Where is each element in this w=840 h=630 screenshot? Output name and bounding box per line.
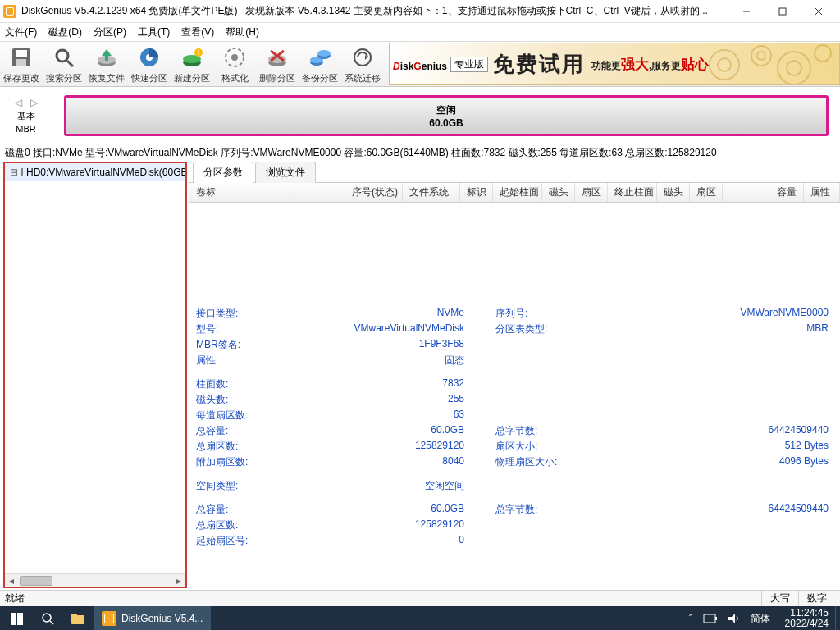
- menu-disk[interactable]: 磁盘(D): [48, 25, 82, 39]
- col-endcyl[interactable]: 终止柱面: [608, 183, 657, 202]
- backup-partition-button[interactable]: 备份分区: [299, 41, 341, 87]
- detail-key: 总容量:: [193, 423, 283, 439]
- tab-browse-files[interactable]: 浏览文件: [255, 162, 316, 183]
- col-capacity[interactable]: 容量: [723, 183, 804, 202]
- detail-key: 总扇区数:: [193, 518, 283, 533]
- detail-value: 125829120: [283, 518, 468, 533]
- detail-key: MBR签名:: [193, 337, 283, 353]
- menu-partition[interactable]: 分区(P): [94, 25, 126, 39]
- detail-row: 起始扇区号:0: [193, 533, 832, 549]
- quick-partition-button[interactable]: 快速分区: [128, 41, 171, 87]
- promo-banner[interactable]: DiskGenius 专业版 免费试用 功能更强大,服务更贴心: [389, 43, 840, 85]
- window-title: DiskGenius V5.4.2.1239 x64 免费版(单文件PE版): [21, 4, 237, 18]
- detail-key: 起始扇区号:: [193, 533, 283, 549]
- detail-row: 每道扇区数:63: [193, 408, 832, 423]
- taskbar-app-diskgenius[interactable]: DiskGenius V5.4...: [94, 606, 211, 630]
- svg-text:+: +: [195, 47, 201, 58]
- save-icon: [8, 44, 34, 71]
- svg-point-33: [778, 52, 810, 84]
- tab-bar: 分区参数 浏览文件: [189, 162, 840, 183]
- detail-key: 总容量:: [193, 502, 283, 518]
- prev-disk-button[interactable]: ◁: [15, 97, 22, 108]
- col-head1[interactable]: 磁头: [542, 183, 575, 202]
- detail-row: 型号:VMwareVirtualNVMeDisk分区表类型:MBR: [193, 322, 832, 337]
- detail-value: 0: [283, 533, 468, 549]
- detail-row: 磁头数:255: [193, 392, 832, 408]
- disk-strip: ◁▷ 基本 MBR 空闲 60.0GB: [0, 87, 840, 144]
- battery-icon[interactable]: [703, 614, 718, 623]
- status-caps: 大写: [761, 591, 798, 606]
- taskbar-search[interactable]: [33, 606, 62, 630]
- partition-grid-body[interactable]: [189, 203, 840, 301]
- col-sec2[interactable]: 扇区: [690, 183, 723, 202]
- taskbar-clock[interactable]: 11:24:45 2022/4/24: [778, 608, 835, 629]
- search-icon: [51, 44, 77, 71]
- toolbar: 保存更改 搜索分区 恢复文件 快速分区 + 新建分区 格式化 删除分区 备份分区…: [0, 41, 840, 87]
- backup-icon: [307, 44, 333, 71]
- svg-point-36: [43, 614, 51, 622]
- maximize-button[interactable]: [765, 0, 801, 23]
- volume-icon[interactable]: [728, 613, 741, 624]
- taskbar-app-label: DiskGenius V5.4...: [121, 613, 203, 624]
- detail-key: 分区表类型:: [492, 322, 582, 337]
- col-seq[interactable]: 序号(状态): [345, 183, 403, 202]
- brand-logo: DiskGenius: [393, 53, 447, 75]
- app-icon: [3, 5, 16, 18]
- tree-item-hd0[interactable]: ⊟ HD0:VMwareVirtualNVMeDisk(60GB): [5, 163, 185, 181]
- disk-details: 接口类型:NVMe序列号:VMWareNVME0000型号:VMwareVirt…: [189, 301, 840, 590]
- tab-partition-params[interactable]: 分区参数: [193, 162, 253, 183]
- col-fs[interactable]: 文件系统: [403, 183, 460, 202]
- clock-date: 2022/4/24: [785, 619, 829, 629]
- start-button[interactable]: [0, 606, 33, 630]
- new-partition-button[interactable]: + 新建分区: [171, 41, 213, 87]
- col-volume[interactable]: 卷标: [189, 183, 345, 202]
- detail-row: 总容量:60.0GB总字节数:64424509440: [193, 502, 832, 518]
- tray-up-icon[interactable]: ˄: [688, 613, 693, 624]
- tree-scrollbar[interactable]: ◂▸: [5, 573, 185, 587]
- col-head2[interactable]: 磁头: [657, 183, 690, 202]
- detail-value: 固态: [283, 353, 468, 368]
- detail-key: [492, 392, 582, 408]
- minimize-button[interactable]: [728, 0, 765, 23]
- partition-grid-header: 卷标 序号(状态) 文件系统 标识 起始柱面 磁头 扇区 终止柱面 磁头 扇区 …: [189, 183, 840, 203]
- detail-key: 扇区大小:: [492, 439, 582, 454]
- system-migrate-button[interactable]: 系统迁移: [341, 41, 384, 87]
- detail-key: [492, 353, 582, 368]
- disk-bar-label: 空闲: [436, 103, 456, 117]
- save-button[interactable]: 保存更改: [0, 41, 43, 87]
- disk-icon: [21, 168, 23, 176]
- detail-key: [492, 533, 582, 549]
- delete-partition-button[interactable]: 删除分区: [256, 41, 299, 87]
- col-flag[interactable]: 标识: [460, 183, 493, 202]
- search-partition-button[interactable]: 搜索分区: [43, 41, 85, 87]
- detail-key: 序列号:: [492, 306, 582, 322]
- menu-tool[interactable]: 工具(T): [138, 25, 170, 39]
- detail-key: [492, 408, 582, 423]
- detail-key: 型号:: [193, 322, 283, 337]
- menu-help[interactable]: 帮助(H): [226, 25, 259, 39]
- format-button[interactable]: 格式化: [213, 41, 256, 87]
- disk-info-line: 磁盘0 接口:NVMe 型号:VMwareVirtualNVMeDisk 序列号…: [0, 144, 840, 162]
- detail-row: 空间类型:空闲空间: [193, 478, 832, 494]
- disk-tree[interactable]: ⊟ HD0:VMwareVirtualNVMeDisk(60GB) ◂▸: [3, 162, 187, 588]
- close-button[interactable]: [801, 0, 837, 23]
- system-tray[interactable]: ˄ 简体: [680, 612, 778, 626]
- detail-value: 255: [283, 392, 468, 408]
- next-disk-button[interactable]: ▷: [30, 97, 38, 108]
- detail-key: 属性:: [193, 353, 283, 368]
- recover-file-button[interactable]: 恢复文件: [85, 41, 128, 87]
- col-sec1[interactable]: 扇区: [575, 183, 608, 202]
- taskbar-explorer[interactable]: [62, 606, 94, 630]
- ime-indicator[interactable]: 简体: [751, 612, 770, 626]
- slogan: 功能更强大,服务更贴心: [591, 55, 709, 74]
- show-desktop-button[interactable]: [835, 606, 840, 630]
- disk-free-bar[interactable]: 空闲 60.0GB: [64, 95, 829, 136]
- detail-key: 总字节数:: [492, 502, 582, 518]
- detail-value: 60.0GB: [283, 423, 468, 439]
- detail-value: [582, 392, 832, 408]
- col-startcyl[interactable]: 起始柱面: [493, 183, 542, 202]
- menu-view[interactable]: 查看(V): [181, 25, 214, 39]
- col-attr[interactable]: 属性: [804, 183, 840, 202]
- menu-file[interactable]: 文件(F): [5, 25, 37, 39]
- taskbar: DiskGenius V5.4... ˄ 简体 11:24:45 2022/4/…: [0, 606, 840, 630]
